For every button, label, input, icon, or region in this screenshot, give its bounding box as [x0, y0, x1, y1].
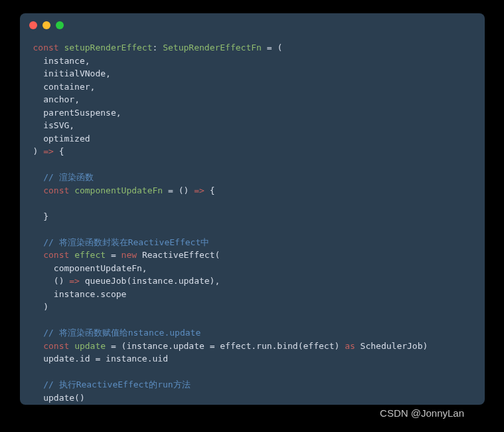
stmt: update(): [43, 393, 85, 403]
window-titlebar: [20, 13, 485, 32]
close-paren: ): [43, 302, 48, 312]
arrow: =>: [43, 146, 54, 156]
punct: = (: [262, 43, 282, 53]
rest: queueJob(instance.update),: [80, 276, 220, 286]
rest: ReactiveEffect(: [137, 250, 220, 260]
param: parentSuspense: [43, 108, 116, 118]
maximize-icon[interactable]: [56, 21, 64, 29]
param: anchor: [43, 94, 74, 104]
close-brace: }: [43, 211, 48, 221]
var-name: effect: [74, 250, 106, 260]
keyword: as: [345, 341, 355, 351]
punct: ): [33, 146, 44, 156]
param: initialVNode: [43, 68, 106, 78]
param: instance: [43, 56, 85, 66]
punct: {: [54, 146, 64, 156]
rest: SchedulerJob): [355, 341, 428, 351]
close-icon[interactable]: [29, 21, 37, 29]
param: isSVG: [43, 120, 69, 130]
punct: {: [205, 185, 215, 195]
punct: = (): [163, 185, 194, 195]
minimize-icon[interactable]: [42, 21, 50, 29]
param: container: [43, 82, 90, 92]
keyword: const: [33, 43, 59, 53]
watermark: CSDN @JonnyLan: [380, 407, 464, 419]
comment: // 将渲染函数赋值给nstance.update: [43, 328, 201, 338]
code-block: const setupRenderEffect: SetupRenderEffe…: [20, 32, 485, 405]
punct: :: [153, 43, 163, 53]
stmt: update.id = instance.uid: [43, 354, 168, 364]
keyword: const: [43, 341, 69, 351]
code-window: const setupRenderEffect: SetupRenderEffe…: [20, 13, 485, 405]
keyword: new: [122, 250, 137, 260]
arrow: =>: [194, 185, 205, 195]
punct: =: [106, 250, 121, 260]
function-name: componentUpdateFn: [74, 185, 163, 195]
type-name: SetupRenderEffectFn: [163, 43, 262, 53]
comment: // 渲染函数: [43, 172, 93, 182]
arrow: =>: [69, 276, 80, 286]
comment: // 执行ReactiveEffect的run方法: [43, 379, 191, 389]
punct: (): [54, 276, 69, 286]
keyword: const: [43, 250, 69, 260]
var-name: update: [74, 341, 106, 351]
function-name: setupRenderEffect: [64, 43, 152, 53]
rest: = (instance.update = effect.run.bind(eff…: [106, 341, 345, 351]
comment: // 将渲染函数封装在ReactiveEffect中: [43, 237, 209, 247]
param: optimized: [43, 134, 90, 144]
arg: instance.scope: [54, 289, 127, 299]
keyword: const: [43, 185, 69, 195]
arg: componentUpdateFn,: [54, 263, 147, 273]
